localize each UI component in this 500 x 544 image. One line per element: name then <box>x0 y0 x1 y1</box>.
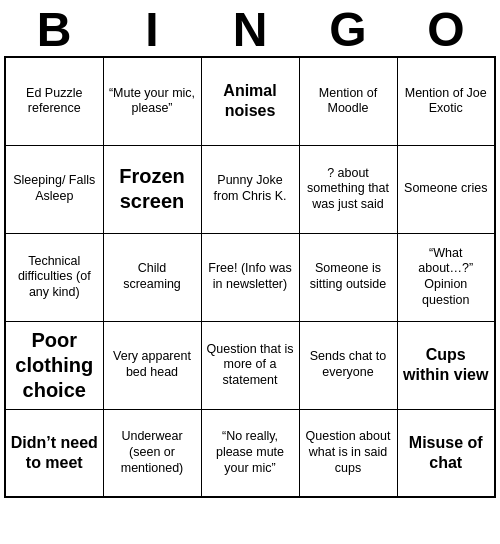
letter-i: I <box>112 6 192 54</box>
cell-r4-c2: “No really, please mute your mic” <box>201 409 299 497</box>
cell-r1-c4: Someone cries <box>397 145 495 233</box>
letter-n: N <box>210 6 290 54</box>
letter-o: O <box>406 6 486 54</box>
cell-r2-c4: “What about…?” Opinion question <box>397 233 495 321</box>
cell-r1-c2: Punny Joke from Chris K. <box>201 145 299 233</box>
cell-r3-c3: Sends chat to everyone <box>299 321 397 409</box>
cell-r1-c1: Frozen screen <box>103 145 201 233</box>
cell-r2-c0: Technical difficulties (of any kind) <box>5 233 103 321</box>
cell-r4-c3: Question about what is in said cups <box>299 409 397 497</box>
bingo-grid: Ed Puzzle reference“Mute your mic, pleas… <box>4 56 496 498</box>
cell-r4-c4: Misuse of chat <box>397 409 495 497</box>
cell-r4-c1: Underwear (seen or mentioned) <box>103 409 201 497</box>
cell-r0-c1: “Mute your mic, please” <box>103 57 201 145</box>
letter-b: B <box>14 6 94 54</box>
letter-g: G <box>308 6 388 54</box>
cell-r2-c2: Free! (Info was in newsletter) <box>201 233 299 321</box>
cell-r4-c0: Didn’t need to meet <box>5 409 103 497</box>
cell-r3-c0: Poor clothing choice <box>5 321 103 409</box>
cell-r0-c0: Ed Puzzle reference <box>5 57 103 145</box>
cell-r1-c3: ? about something that was just said <box>299 145 397 233</box>
cell-r0-c2: Animal noises <box>201 57 299 145</box>
cell-r3-c1: Very apparent bed head <box>103 321 201 409</box>
bingo-title: B I N G O <box>5 0 495 56</box>
cell-r2-c3: Someone is sitting outside <box>299 233 397 321</box>
cell-r0-c4: Mention of Joe Exotic <box>397 57 495 145</box>
cell-r0-c3: Mention of Moodle <box>299 57 397 145</box>
cell-r3-c2: Question that is more of a statement <box>201 321 299 409</box>
cell-r2-c1: Child screaming <box>103 233 201 321</box>
cell-r1-c0: Sleeping/ Falls Asleep <box>5 145 103 233</box>
cell-r3-c4: Cups within view <box>397 321 495 409</box>
